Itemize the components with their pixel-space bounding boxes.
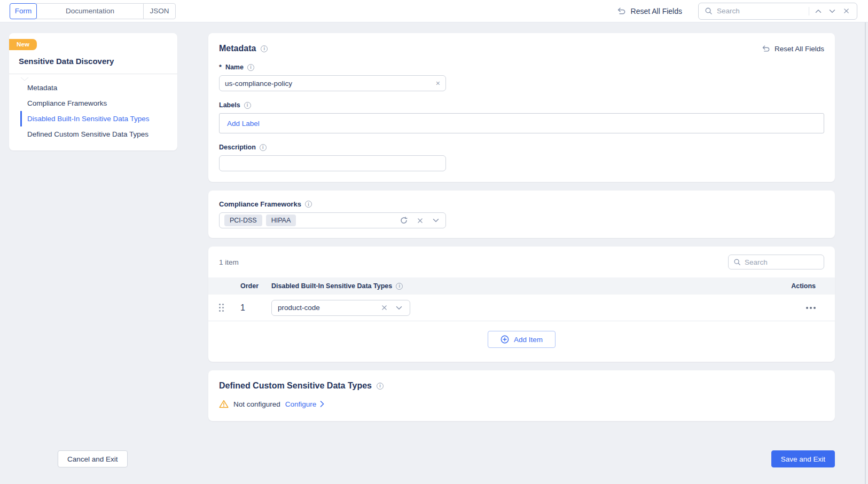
reset-icon [616,7,626,15]
navigator-list: Metadata Compliance Frameworks Disabled … [9,74,177,145]
chevron-down-icon[interactable] [394,303,404,313]
table-toolbar: 1 item [208,247,835,277]
name-label: Name [225,64,244,71]
description-input[interactable] [225,160,440,168]
item-count: 1 item [219,258,239,266]
add-item-label: Add Item [514,336,543,344]
global-search-box [698,3,857,20]
types-column-header-row: Disabled Built-In Sensitive Data Types [271,282,773,290]
metadata-reset-fields-button[interactable]: Reset All Fields [761,45,824,53]
warning-icon [219,400,229,408]
info-icon[interactable] [261,45,268,52]
navigator-divider [9,74,177,74]
plus-circle-icon [501,335,509,344]
collapse-chevron-icon [21,74,28,83]
metadata-card-title-row: Metadata [219,44,268,53]
multiselect-controls [399,216,441,225]
search-prev-button[interactable] [814,6,823,16]
description-input-wrap [219,155,446,171]
search-next-button[interactable] [827,6,837,16]
clear-name-icon[interactable]: × [436,80,440,87]
tab-json[interactable]: JSON [143,3,176,19]
types-column-header: Disabled Built-In Sensitive Data Types [271,282,392,290]
reset-all-fields-button[interactable]: Reset All Fields [616,7,682,15]
add-item-button[interactable]: Add Item [488,331,556,348]
info-icon[interactable] [260,144,267,151]
labels-field-label: Labels [219,101,824,109]
order-column-header: Order [240,282,271,290]
actions-column-header: Actions [791,282,824,290]
global-search-input[interactable] [717,7,804,15]
chevron-right-icon [320,401,324,407]
row-order-value: 1 [240,303,271,313]
info-icon[interactable] [305,201,312,208]
add-label-button[interactable]: Add Label [227,120,260,128]
reset-all-fields-label: Reset All Fields [631,7,682,15]
search-icon [733,258,741,266]
disabled-types-table-card: 1 item Order Disabled Built-In Sensitive… [208,247,835,362]
clear-selection-icon[interactable] [415,216,425,225]
top-bar: Form Documentation JSON Reset All Fields [0,0,868,22]
nav-item-defined-custom-types[interactable]: Defined Custom Sensitive Data Types [20,126,177,142]
compliance-frameworks-label: Compliance Frameworks [219,200,301,208]
form-navigator-panel: New Sensitive Data Discovery Metadata Co… [9,33,177,150]
search-icon [705,7,713,15]
clear-value-icon[interactable] [379,303,389,313]
labels-box: Add Label [219,113,824,133]
custom-types-title: Defined Custom Sensitive Data Types [219,381,372,391]
name-field-label: * Name [219,64,824,71]
table-search-box [728,255,824,269]
metadata-title: Metadata [219,44,256,53]
compliance-frameworks-label-row: Compliance Frameworks [219,200,824,208]
custom-types-title-row: Defined Custom Sensitive Data Types [219,381,824,391]
name-input[interactable] [225,80,432,88]
row-type-select[interactable]: product-code [271,300,410,316]
save-and-exit-button[interactable]: Save and Exit [771,450,835,467]
app-screen: Form Documentation JSON Reset All Fields [0,0,868,484]
configure-link[interactable]: Configure [285,400,325,408]
refresh-icon[interactable] [399,216,409,225]
table-header-row: Order Disabled Built-In Sensitive Data T… [208,277,835,295]
nav-item-disabled-built-in-types[interactable]: Disabled Built-In Sensitive Data Types [20,111,177,126]
name-input-wrap: × [219,75,446,91]
framework-tag-hipaa[interactable]: HIPAA [266,215,296,226]
search-divider [809,7,809,15]
content-area: New Sensitive Data Discovery Metadata Co… [0,22,868,421]
search-close-button[interactable] [841,6,851,16]
table-search-input[interactable] [745,258,819,266]
info-icon[interactable] [244,102,251,109]
nav-item-compliance-frameworks[interactable]: Compliance Frameworks [20,96,177,111]
configure-label: Configure [285,400,317,408]
chevron-down-icon[interactable] [431,216,441,225]
labels-label: Labels [219,101,240,109]
drag-handle-icon[interactable] [219,304,224,312]
required-marker: * [219,64,222,71]
scrollbar-track[interactable] [865,22,866,484]
description-field-label: Description [219,144,824,151]
tab-documentation[interactable]: Documentation [36,3,144,19]
table-row: 1 product-code [208,295,835,321]
reset-icon [761,45,770,52]
defined-custom-types-card: Defined Custom Sensitive Data Types Not … [208,370,835,421]
new-badge: New [9,39,37,50]
row-type-value: product-code [278,304,374,312]
metadata-reset-label: Reset All Fields [775,45,824,53]
footer-actions: Cancel and Exit Save and Exit [58,450,835,467]
info-icon[interactable] [377,383,384,390]
cancel-and-exit-button[interactable]: Cancel and Exit [58,450,128,467]
form-main-column: Metadata Reset All Fields * Name [208,33,835,421]
row-actions-menu-icon[interactable] [806,307,824,309]
compliance-frameworks-card: Compliance Frameworks PCI-DSS HIPAA [208,191,835,238]
nav-item-metadata[interactable]: Metadata [20,80,177,96]
info-icon[interactable] [396,283,403,290]
compliance-frameworks-select[interactable]: PCI-DSS HIPAA [219,212,446,228]
not-configured-row: Not configured Configure [219,400,824,408]
view-tabs: Form Documentation JSON [10,3,176,19]
info-icon[interactable] [247,64,254,71]
tab-form[interactable]: Form [10,3,37,19]
metadata-card: Metadata Reset All Fields * Name [208,33,835,182]
add-item-row: Add Item [208,321,835,362]
status-text: Not configured [233,400,280,408]
form-navigator-title: Sensitive Data Discovery [9,50,177,74]
framework-tag-pci-dss[interactable]: PCI-DSS [224,215,262,226]
